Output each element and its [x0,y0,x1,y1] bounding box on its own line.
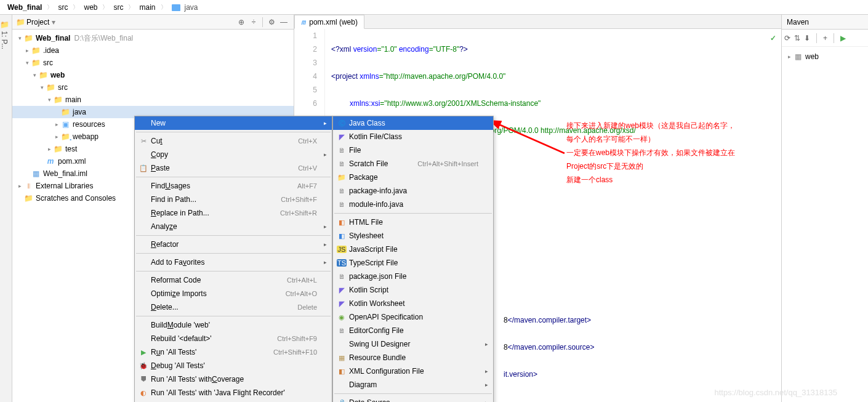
watermark: https://blog.csdn.net/qq_31318135 [715,388,838,397]
scratch-icon: 🗎 [337,160,347,167]
ctx-paste[interactable]: 📋PasteCtrl+V [135,161,332,175]
reimport-icon[interactable]: ⟳ [784,34,790,42]
sub-pkginfo[interactable]: 🗎package-info.java [333,184,493,198]
bundle-icon: ▦ [337,354,347,362]
check-icon: ✓ [770,31,776,45]
maven-tree: ▸▦web [782,47,868,66]
sub-rbundle[interactable]: ▦Resource Bundle [333,351,493,364]
coverage-icon: ⛊ [139,376,148,383]
maven-web[interactable]: ▸▦web [786,50,864,63]
play-icon: ▶ [139,348,148,356]
debug-icon: 🐞 [139,362,148,370]
sub-editcfg[interactable]: 🗎EditorConfig File [333,324,493,337]
js-icon: JS [337,246,347,253]
sub-diagram[interactable]: Diagram▸ [333,378,493,392]
tab-row: mpom.xml (web) [294,15,781,29]
kotlin-icon: ◤ [337,286,347,294]
tree-src2[interactable]: ▾📁src [12,81,294,94]
run-icon[interactable]: ▶ [840,34,846,42]
new-submenu: ⒸJava Class ◤Kotlin File/Class 🗎File 🗎Sc… [332,116,494,402]
download-icon[interactable]: ⬇ [804,34,810,42]
ctx-find-usages[interactable]: Find UsagesAlt+F7 [135,179,332,193]
tree-root[interactable]: ▾📁Web_finalD:\音乐\Web_final [12,32,294,44]
ctx-create-tests[interactable]: 💡Create 'All Tests'... [135,400,332,402]
ctx-build-module[interactable]: Build Module 'web' [135,318,332,332]
sub-file[interactable]: 🗎File [333,143,493,157]
sub-kscript[interactable]: ◤Kotlin Script [333,283,493,297]
sub-scratch[interactable]: 🗎Scratch FileCtrl+Alt+Shift+Insert [333,157,493,171]
ctx-optimize[interactable]: Optimize ImportsCtrl+Alt+O [135,287,332,300]
css-icon: ◧ [337,232,347,240]
package-icon: 📁 [337,174,347,182]
sub-swing[interactable]: Swing UI Designer▸ [333,337,493,351]
editorconfig-icon: 🗎 [337,327,347,334]
sub-datasource[interactable]: 🛢Data Source▸ [333,396,493,402]
gear-icon[interactable]: ⚙ [265,18,278,26]
xml-icon: ◧ [337,368,347,376]
sub-package[interactable]: 📁Package [333,171,493,184]
sub-xmlcfg[interactable]: ◧XML Configuration File▸ [333,364,493,378]
tree-web[interactable]: ▾📁web [12,69,294,81]
ctx-find-path[interactable]: Find in Path...Ctrl+Shift+F [135,193,332,206]
sub-modinfo[interactable]: 🗎module-info.java [333,198,493,211]
jfr-icon: ◐ [139,389,148,397]
sub-html[interactable]: ◧HTML File [333,215,493,229]
left-gutter[interactable]: 1: P... [0,15,12,402]
kotlin-icon: ◤ [337,133,347,141]
collapse-icon[interactable]: ÷ [247,18,260,26]
crumb-root[interactable]: Web_final [5,3,44,12]
add-icon[interactable]: + [823,34,827,42]
project-panel-header: Project▾ ⊕ ÷ ⚙ — [12,15,294,30]
ctx-new[interactable]: New▸ [135,116,332,130]
ts-icon: TS [337,259,347,267]
sub-openapi[interactable]: ◉OpenAPI Specification [333,310,493,324]
sub-css[interactable]: ◧Stylesheet [333,229,493,243]
ctx-debug[interactable]: 🐞Debug 'All Tests' [135,359,332,372]
tree-src1[interactable]: ▾📁src [12,57,294,69]
ctx-rebuild[interactable]: Rebuild '<default>'Ctrl+Shift+F9 [135,332,332,345]
sub-java-class[interactable]: ⒸJava Class [333,116,493,130]
ctx-favorites[interactable]: Add to Favorites▸ [135,255,332,269]
ctx-delete[interactable]: Delete...Delete [135,300,332,314]
ctx-reformat[interactable]: Reformat CodeCtrl+Alt+L [135,273,332,287]
ctx-refactor[interactable]: Refactor▸ [135,238,332,251]
crumb-5[interactable]: java [169,3,203,12]
sub-ts[interactable]: TSTypeScript File [333,256,493,270]
locate-icon[interactable]: ⊕ [235,18,247,26]
crumb-1[interactable]: src [55,3,70,12]
openapi-icon: ◉ [337,313,347,321]
ctx-cut[interactable]: ✂CutCtrl+X [135,134,332,148]
ctx-jfr[interactable]: ◐Run 'All Tests' with 'Java Flight Recor… [135,386,332,400]
maven-panel: Maven ⟳ ⇅ ⬇ + ▶ ▸▦web [782,15,868,402]
java-file-icon: 🗎 [337,201,347,208]
tree-main[interactable]: ▾📁main [12,94,294,106]
crumb-2[interactable]: web [81,3,100,12]
ctx-run[interactable]: ▶Run 'All Tests'Ctrl+Shift+F10 [135,345,332,359]
sub-kwork[interactable]: ◤Kotlin Worksheet [333,297,493,310]
database-icon: 🛢 [337,399,347,402]
ctx-copy[interactable]: Copy▸ [135,148,332,161]
ctx-coverage[interactable]: ⛊Run 'All Tests' with Coverage [135,372,332,386]
generate-icon[interactable]: ⇅ [794,34,800,42]
maven-toolbar: ⟳ ⇅ ⬇ + ▶ [782,30,868,47]
file-icon: 🗎 [337,147,347,154]
class-icon: Ⓒ [337,119,347,128]
kotlin-icon: ◤ [337,300,347,308]
crumb-3[interactable]: src [111,3,126,12]
tree-idea[interactable]: ▸📁.idea [12,44,294,57]
crumb-4[interactable]: main [137,3,158,12]
context-menu: New▸ ✂CutCtrl+X Copy▸ 📋PasteCtrl+V Find … [134,116,332,402]
breadcrumb: Web_final〉 src〉 web〉 src〉 main〉 java [0,0,868,15]
ctx-analyze[interactable]: Analyze▸ [135,220,332,233]
sub-kotlin[interactable]: ◤Kotlin File/Class [333,130,493,143]
tab-pom[interactable]: mpom.xml (web) [294,15,364,29]
sub-js[interactable]: JSJavaScript File [333,243,493,256]
hide-icon[interactable]: — [278,18,290,26]
java-file-icon: 🗎 [337,187,347,195]
sub-pjson[interactable]: 🗎package.json File [333,270,493,283]
json-icon: 🗎 [337,273,347,280]
project-selector[interactable]: Project▾ [16,18,235,26]
scissors-icon: ✂ [139,137,148,145]
ctx-replace-path[interactable]: Replace in Path...Ctrl+Shift+R [135,206,332,220]
annotation-text: 接下来进入新建的web模块（这是我自己起的名字， 每个人的名字可能不一样） 一定… [566,119,735,187]
